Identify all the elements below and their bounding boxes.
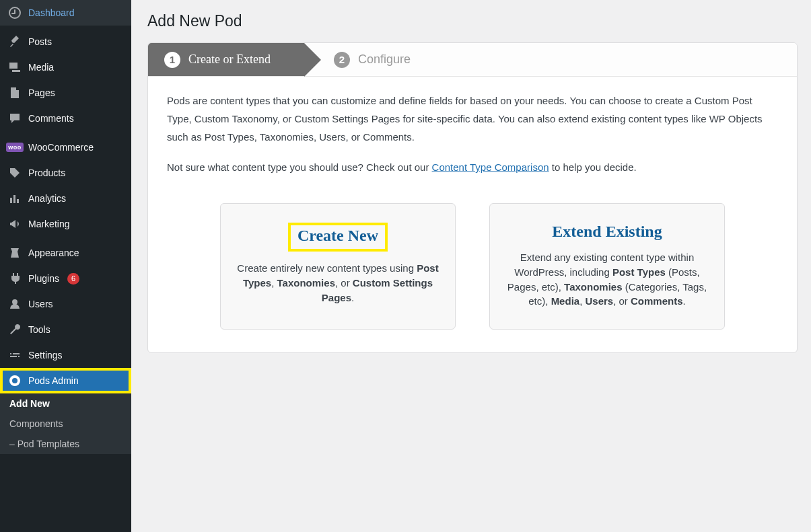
submenu-components[interactable]: Components [0, 414, 131, 434]
sidebar-item-settings[interactable]: Settings [0, 342, 131, 368]
sidebar-label: Tools [28, 324, 50, 335]
sidebar-item-appearance[interactable]: Appearance [0, 240, 131, 266]
intro-paragraph-1: Pods are content types that you can cust… [167, 91, 778, 146]
main-content: Add New Pod 1 Create or Extend 2 Configu… [131, 0, 811, 532]
sidebar-label: Pods Admin [28, 375, 79, 386]
wizard-choices: Create New Create entirely new content t… [148, 203, 797, 352]
sidebar-item-plugins[interactable]: Plugins 6 [0, 266, 131, 291]
intro-paragraph-2: Not sure what content type you should us… [167, 158, 778, 176]
media-icon [8, 61, 22, 74]
sidebar-label: Users [28, 299, 53, 309]
step-number-1: 1 [164, 52, 180, 68]
sidebar-item-tools[interactable]: Tools [0, 317, 131, 342]
sidebar-item-media[interactable]: Media [0, 54, 131, 80]
choice-description: Extend any existing content type within … [503, 250, 711, 309]
dashboard-icon [8, 6, 22, 20]
sidebar-label: Pages [28, 87, 55, 98]
comment-icon [8, 112, 22, 125]
wizard-step-1[interactable]: 1 Create or Extend [148, 43, 304, 76]
wrench-icon [8, 323, 22, 336]
analytics-icon [8, 192, 22, 205]
sidebar-item-pages[interactable]: Pages [0, 80, 131, 106]
sidebar-item-posts[interactable]: Posts [0, 29, 131, 54]
megaphone-icon [8, 217, 22, 231]
sidebar-label: Analytics [28, 193, 66, 204]
page-title: Add New Pod [147, 12, 798, 30]
choice-title: Extend Existing [552, 223, 662, 241]
choice-extend-existing[interactable]: Extend Existing Extend any existing cont… [489, 203, 725, 330]
step-label: Configure [358, 52, 411, 67]
settings-icon [8, 348, 22, 362]
wizard-step-2[interactable]: 2 Configure [304, 43, 427, 76]
submenu-add-new[interactable]: Add New [0, 393, 131, 414]
wizard-steps: 1 Create or Extend 2 Configure [148, 43, 797, 77]
sidebar-item-pods-admin[interactable]: Pods Admin [0, 368, 131, 393]
content-type-comparison-link[interactable]: Content Type Comparison [432, 161, 549, 173]
admin-sidebar: Dashboard Posts Media Pages Comments woo… [0, 0, 131, 532]
sidebar-item-woocommerce[interactable]: woo WooCommerce [0, 135, 131, 160]
sidebar-label: Settings [28, 350, 63, 360]
sidebar-item-analytics[interactable]: Analytics [0, 186, 131, 211]
sidebar-label: Dashboard [28, 7, 75, 18]
sidebar-item-dashboard[interactable]: Dashboard [0, 0, 131, 26]
submenu-pod-templates[interactable]: – Pod Templates [0, 434, 131, 454]
users-icon [8, 297, 22, 311]
sidebar-label: Appearance [28, 248, 79, 258]
pin-icon [8, 35, 22, 48]
pods-icon [8, 374, 22, 387]
choice-title: Create New [288, 223, 388, 252]
step-label: Create or Extend [188, 52, 271, 67]
step-number-2: 2 [334, 52, 350, 68]
sidebar-label: Products [28, 167, 65, 178]
pods-admin-submenu: Add New Components – Pod Templates [0, 393, 131, 454]
plugin-icon [8, 272, 22, 285]
choice-create-new[interactable]: Create New Create entirely new content t… [220, 203, 456, 330]
woocommerce-icon: woo [8, 141, 22, 154]
products-icon [8, 166, 22, 180]
sidebar-label: Marketing [28, 219, 69, 229]
pages-icon [8, 86, 22, 100]
sidebar-label: WooCommerce [28, 142, 94, 153]
sidebar-item-comments[interactable]: Comments [0, 106, 131, 131]
sidebar-label: Plugins [28, 273, 59, 284]
plugins-update-count: 6 [67, 273, 79, 284]
sidebar-label: Media [28, 62, 54, 73]
wizard-panel: 1 Create or Extend 2 Configure Pods are … [147, 42, 798, 353]
sidebar-label: Comments [28, 113, 74, 124]
intro-text: Pods are content types that you can cust… [148, 77, 797, 203]
choice-description: Create entirely new content types using … [234, 261, 442, 305]
sidebar-item-marketing[interactable]: Marketing [0, 211, 131, 237]
appearance-icon [8, 246, 22, 260]
sidebar-label: Posts [28, 36, 52, 47]
sidebar-item-products[interactable]: Products [0, 160, 131, 186]
sidebar-item-users[interactable]: Users [0, 291, 131, 317]
svg-point-1 [12, 378, 17, 383]
